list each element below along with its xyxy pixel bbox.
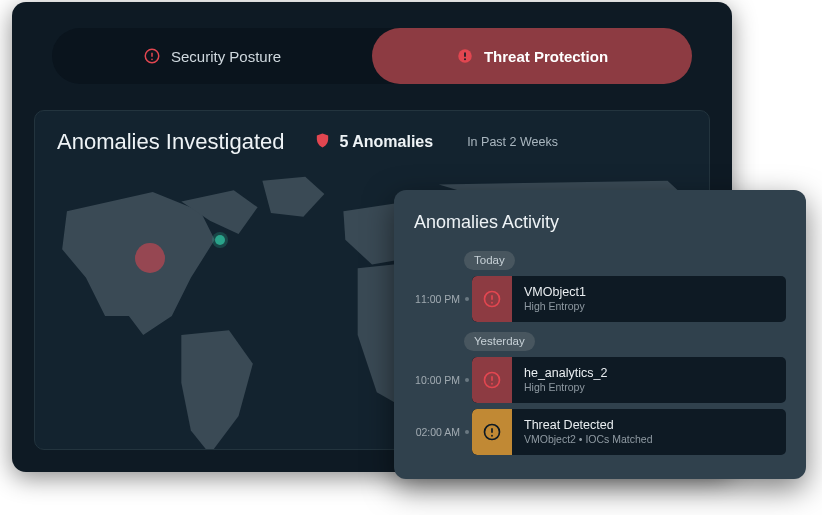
map-hotspot-red — [135, 243, 165, 273]
activity-sub: High Entropy — [524, 300, 586, 313]
alert-circle-icon — [456, 47, 474, 65]
svg-point-5 — [464, 58, 466, 60]
anomaly-count: 5 Anomalies — [314, 132, 433, 153]
shield-icon — [314, 132, 331, 153]
activity-sub: VMObject2 • IOCs Matched — [524, 433, 653, 446]
svg-point-11 — [491, 383, 493, 385]
activity-name: he_analytics_2 — [524, 366, 607, 382]
day-label: Yesterday — [464, 332, 535, 351]
activity-title: Anomalies Activity — [414, 212, 786, 233]
panel-title: Anomalies Investigated — [57, 129, 284, 155]
svg-point-8 — [491, 302, 493, 304]
activity-time: 11:00 PM — [414, 276, 464, 322]
activity-name: Threat Detected — [524, 418, 653, 434]
activity-card: Anomalies Activity Today 11:00 PM VMObje… — [394, 190, 806, 479]
day-label: Today — [464, 251, 515, 270]
activity-name: VMObject1 — [524, 285, 586, 301]
anomalies-header: Anomalies Investigated 5 Anomalies In Pa… — [57, 129, 687, 155]
tab-threat-protection[interactable]: Threat Protection — [372, 28, 692, 84]
tab-bar: Security Posture Threat Protection — [52, 28, 692, 84]
tab-label: Threat Protection — [484, 48, 608, 65]
anomaly-count-label: 5 Anomalies — [339, 133, 433, 151]
activity-time: 02:00 AM — [414, 409, 464, 455]
timeframe-label: In Past 2 Weeks — [467, 135, 558, 149]
tab-security-posture[interactable]: Security Posture — [52, 28, 372, 84]
severity-red-icon — [472, 357, 512, 403]
map-hotspot-green — [215, 235, 225, 245]
activity-sub: High Entropy — [524, 381, 607, 394]
activity-time: 10:00 PM — [414, 357, 464, 403]
tab-label: Security Posture — [171, 48, 281, 65]
svg-point-14 — [491, 435, 493, 437]
alert-circle-icon — [143, 47, 161, 65]
severity-amber-icon — [472, 409, 512, 455]
activity-row[interactable]: 11:00 PM VMObject1 High Entropy — [414, 276, 786, 322]
severity-red-icon — [472, 276, 512, 322]
activity-row[interactable]: 10:00 PM he_analytics_2 High Entropy — [414, 357, 786, 403]
svg-point-2 — [151, 59, 153, 61]
activity-row[interactable]: 02:00 AM Threat Detected VMObject2 • IOC… — [414, 409, 786, 455]
